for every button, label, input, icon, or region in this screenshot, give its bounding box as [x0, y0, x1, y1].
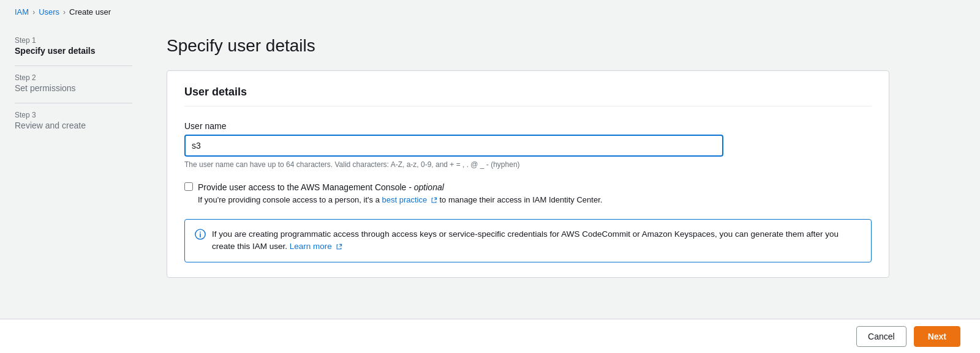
sidebar: Step 1 Specify user details Step 2 Set p…	[0, 24, 147, 352]
learn-more-link[interactable]: Learn more	[290, 242, 332, 251]
step-3-title: Review and create	[15, 121, 132, 130]
user-details-card: User details User name The user name can…	[167, 70, 889, 278]
step-2-block: Step 2 Set permissions	[15, 73, 132, 93]
page-layout: Step 1 Specify user details Step 2 Set p…	[0, 24, 980, 352]
console-access-section: Provide user access to the AWS Managemen…	[184, 181, 872, 204]
main-content: Specify user details User details User n…	[147, 24, 980, 352]
console-access-label[interactable]: Provide user access to the AWS Managemen…	[198, 181, 444, 194]
info-text: If you are creating programmatic access …	[212, 228, 861, 253]
username-hint: The user name can have up to 64 characte…	[184, 160, 872, 169]
username-form-group: User name The user name can have up to 6…	[184, 121, 872, 169]
step-3-label: Step 3	[15, 111, 132, 119]
console-checkbox-row: Provide user access to the AWS Managemen…	[184, 181, 872, 194]
step-1-divider	[15, 65, 132, 66]
cancel-button[interactable]: Cancel	[856, 326, 907, 347]
step-1-title: Specify user details	[15, 46, 132, 56]
breadcrumb-users[interactable]: Users	[39, 7, 59, 17]
step-2-divider	[15, 103, 132, 103]
svg-line-4	[339, 245, 341, 247]
step-2-title: Set permissions	[15, 83, 132, 93]
info-icon	[195, 229, 206, 240]
breadcrumb-current: Create user	[69, 7, 111, 17]
username-label: User name	[184, 121, 872, 131]
breadcrumb-sep-2: ›	[63, 8, 66, 17]
step-1-block: Step 1 Specify user details	[15, 36, 132, 56]
step-2-label: Step 2	[15, 73, 132, 82]
info-box: If you are creating programmatic access …	[184, 219, 872, 262]
step-3-block: Step 3 Review and create	[15, 111, 132, 130]
footer: Cancel Next	[0, 319, 980, 353]
card-title: User details	[184, 86, 872, 106]
external-link-icon	[431, 197, 437, 204]
username-input[interactable]	[184, 135, 723, 157]
best-practice-link[interactable]: best practice	[382, 195, 428, 204]
breadcrumb-sep-1: ›	[32, 8, 35, 17]
next-button[interactable]: Next	[914, 326, 960, 347]
breadcrumb-iam[interactable]: IAM	[15, 7, 29, 17]
step-1-label: Step 1	[15, 36, 132, 45]
page-title: Specify user details	[167, 36, 960, 56]
breadcrumb: IAM › Users › Create user	[0, 0, 980, 24]
console-sub-text: If you're providing console access to a …	[198, 195, 872, 204]
svg-line-0	[434, 198, 436, 200]
optional-italic: - optional	[406, 182, 443, 192]
svg-point-3	[200, 232, 201, 233]
info-external-link-icon	[336, 243, 342, 250]
console-access-checkbox[interactable]	[184, 182, 193, 191]
